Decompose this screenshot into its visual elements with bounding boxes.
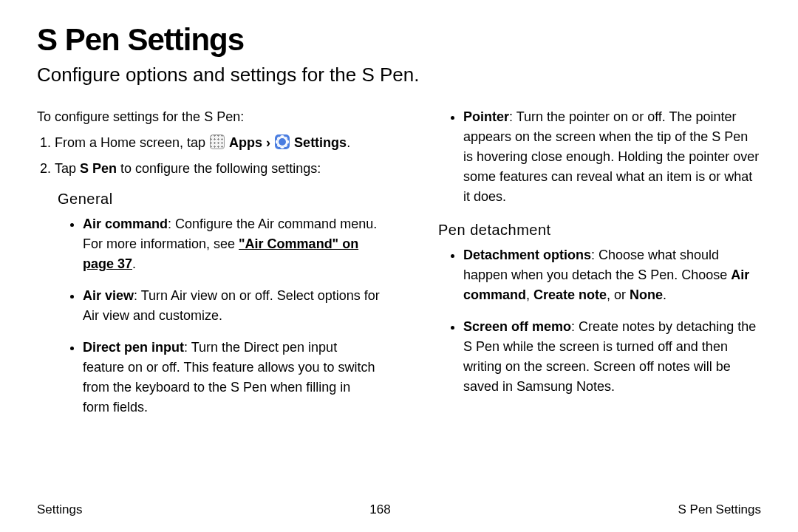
item-air-view: Air view: Turn Air view on or off. Selec… bbox=[83, 286, 381, 326]
page-footer: Settings 168 S Pen Settings bbox=[37, 494, 761, 517]
settings-icon bbox=[275, 134, 290, 149]
item-pointer: Pointer: Turn the pointer on or off. The… bbox=[463, 107, 761, 207]
apps-icon bbox=[210, 134, 225, 149]
page-title: S Pen Settings bbox=[37, 22, 761, 58]
opt-comma: , bbox=[526, 287, 533, 302]
item-air-command: Air command: Configure the Air command m… bbox=[83, 214, 381, 274]
general-heading: General bbox=[58, 188, 381, 210]
pen-detachment-heading: Pen detachment bbox=[438, 219, 761, 241]
step1-pre: From a Home screen, tap bbox=[55, 135, 209, 150]
item-screen-off-memo: Screen off memo: Create notes by detachi… bbox=[463, 317, 761, 397]
footer-page-number: 168 bbox=[369, 502, 390, 517]
intro-text: To configure settings for the S Pen: bbox=[37, 107, 381, 127]
item-direct-pen: Direct pen input: Turn the Direct pen in… bbox=[83, 338, 381, 417]
settings-label: Settings bbox=[294, 135, 347, 150]
footer-right: S Pen Settings bbox=[678, 502, 761, 517]
step-1: From a Home screen, tap Apps › Settings. bbox=[55, 133, 381, 153]
left-column: To configure settings for the S Pen: Fro… bbox=[37, 107, 381, 494]
opt-end: . bbox=[663, 287, 666, 302]
breadcrumb-sep: › bbox=[262, 135, 274, 150]
footer-left: Settings bbox=[37, 502, 82, 517]
step1-post: . bbox=[347, 135, 350, 150]
opt-or: , or bbox=[607, 287, 630, 302]
pointer-label: Pointer bbox=[463, 109, 509, 124]
apps-label: Apps bbox=[229, 135, 262, 150]
step2-pre: Tap bbox=[55, 161, 80, 176]
opt-none: None bbox=[630, 287, 663, 302]
opt-create-note: Create note bbox=[533, 287, 607, 302]
item-detachment-options: Detachment options: Choose what should h… bbox=[463, 245, 761, 305]
air-view-label: Air view bbox=[83, 288, 134, 303]
page-subtitle: Configure options and settings for the S… bbox=[37, 64, 761, 86]
step-2: Tap S Pen to configure the following set… bbox=[55, 159, 381, 179]
step2-post: to configure the following settings: bbox=[117, 161, 321, 176]
detach-opt-label: Detachment options bbox=[463, 248, 591, 262]
air-command-end: . bbox=[132, 256, 136, 271]
step2-bold: S Pen bbox=[80, 161, 117, 176]
right-column: Pointer: Turn the pointer on or off. The… bbox=[417, 107, 761, 494]
direct-pen-label: Direct pen input bbox=[83, 340, 184, 355]
memo-label: Screen off memo bbox=[463, 319, 571, 334]
air-command-label: Air command bbox=[83, 216, 168, 231]
